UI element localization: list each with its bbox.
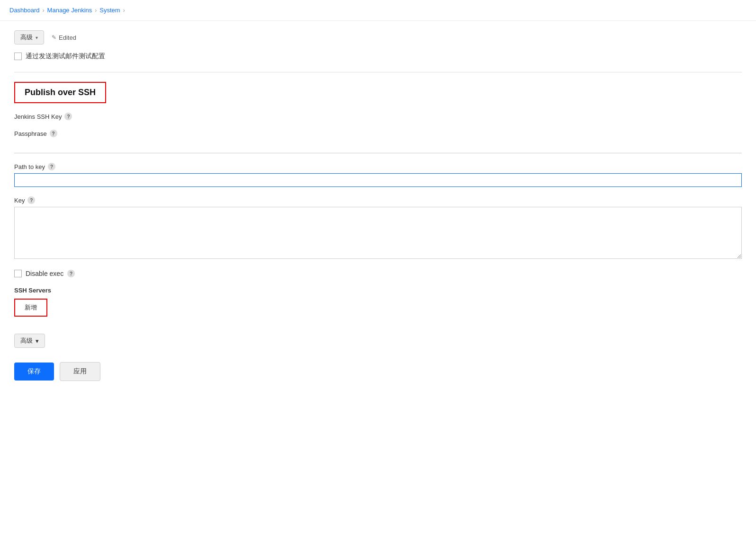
test-email-label: 通过发送测试邮件测试配置 (26, 52, 105, 61)
top-bar: 高级 ▾ ✎ Edited (14, 30, 742, 44)
passphrase-input[interactable] (14, 140, 742, 153)
edited-status: ✎ Edited (52, 34, 76, 41)
key-label: Key (14, 197, 25, 204)
jenkins-ssh-key-field-group: Jenkins SSH Key ? (14, 113, 742, 120)
jenkins-ssh-key-label: Jenkins SSH Key (14, 113, 62, 120)
add-new-button[interactable]: 新增 (14, 299, 47, 317)
passphrase-label-row: Passphrase ? (14, 130, 742, 137)
key-textarea[interactable] (14, 207, 742, 259)
advanced-bottom-label: 高级 (20, 336, 33, 345)
chevron-down-icon: ▾ (36, 35, 38, 40)
test-email-checkbox[interactable] (14, 53, 22, 60)
advanced-bottom-button[interactable]: 高级 ▾ (14, 334, 45, 348)
page-content: 高级 ▾ ✎ Edited 通过发送测试邮件测试配置 Publish over … (0, 21, 756, 400)
edited-text: Edited (59, 34, 76, 41)
key-field-group: Key ? (14, 196, 742, 260)
publish-ssh-section-title: Publish over SSH (14, 82, 106, 103)
path-to-key-help-icon[interactable]: ? (48, 163, 55, 170)
pencil-icon: ✎ (52, 34, 56, 41)
path-to-key-label-row: Path to key ? (14, 163, 742, 170)
disable-exec-row: Disable exec ? (14, 270, 742, 277)
path-to-key-label: Path to key (14, 163, 45, 170)
section-divider (14, 72, 742, 72)
save-button[interactable]: 保存 (14, 363, 54, 381)
breadcrumb-manage-jenkins[interactable]: Manage Jenkins (47, 7, 92, 14)
test-email-row: 通过发送测试邮件测试配置 (14, 52, 742, 61)
breadcrumb: Dashboard › Manage Jenkins › System › (0, 0, 756, 21)
breadcrumb-sep-1: › (43, 7, 45, 14)
passphrase-label: Passphrase (14, 130, 47, 137)
path-to-key-field-group: Path to key ? (14, 163, 742, 187)
bottom-chevron-down-icon: ▾ (36, 337, 39, 345)
jenkins-ssh-key-label-row: Jenkins SSH Key ? (14, 113, 742, 120)
breadcrumb-system[interactable]: System (99, 7, 120, 14)
breadcrumb-sep-2: › (95, 7, 97, 14)
advanced-top-button[interactable]: 高级 ▾ (14, 30, 44, 44)
advanced-top-label: 高级 (20, 33, 33, 42)
disable-exec-help-icon[interactable]: ? (67, 270, 75, 277)
path-to-key-input[interactable] (14, 173, 742, 187)
jenkins-ssh-key-help-icon[interactable]: ? (64, 113, 72, 120)
key-help-icon[interactable]: ? (27, 196, 35, 204)
apply-button[interactable]: 应用 (60, 362, 100, 381)
ssh-servers-section: SSH Servers 新增 (14, 287, 742, 324)
disable-exec-checkbox[interactable] (14, 270, 22, 277)
disable-exec-label: Disable exec (26, 270, 63, 277)
passphrase-field-group: Passphrase ? (14, 130, 742, 153)
passphrase-help-icon[interactable]: ? (50, 130, 57, 137)
action-buttons: 保存 应用 (14, 362, 742, 381)
ssh-servers-label: SSH Servers (14, 287, 742, 294)
key-label-row: Key ? (14, 196, 742, 204)
breadcrumb-dashboard[interactable]: Dashboard (9, 7, 40, 14)
breadcrumb-sep-3: › (123, 7, 125, 14)
